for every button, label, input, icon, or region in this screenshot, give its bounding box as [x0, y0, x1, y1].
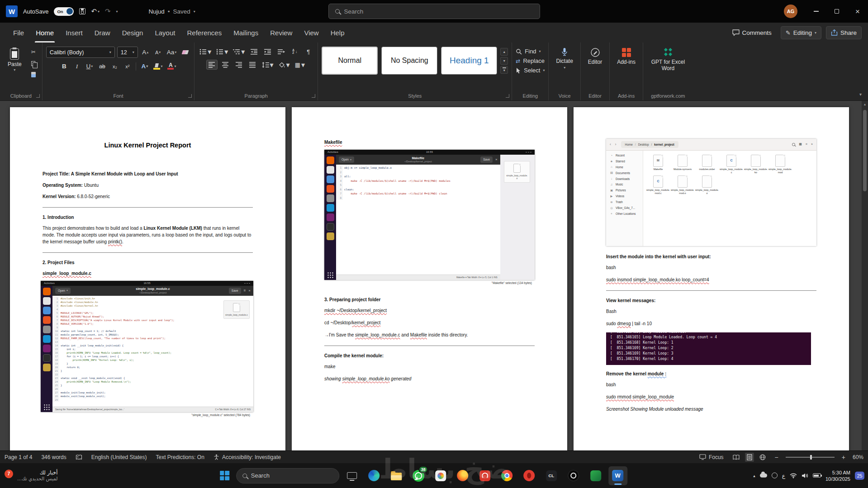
dock-app-icon[interactable]	[327, 223, 334, 231]
font-color-button[interactable]: A▾	[166, 61, 177, 71]
show-paragraph-marks-button[interactable]: ¶	[303, 47, 314, 57]
taskbar-word-icon[interactable]: W	[608, 466, 627, 485]
collapse-ribbon-chevron-icon[interactable]: ▾	[859, 92, 862, 97]
language-indicator[interactable]: English (United States)	[91, 454, 147, 460]
view-toggle-icon[interactable]: ▦	[799, 142, 802, 147]
ribbon-tab[interactable]: View	[298, 23, 324, 43]
zoom-level[interactable]: 60%	[853, 454, 863, 460]
files-sidebar-item[interactable]: ◔Recent	[606, 152, 643, 158]
print-layout-button[interactable]	[745, 453, 754, 462]
files-sidebar-item[interactable]: ◎VBox_GAs_7...	[606, 205, 643, 211]
align-center-button[interactable]	[220, 60, 231, 70]
ribbon-tab[interactable]: References	[181, 23, 228, 43]
ribbon-tab[interactable]: Home	[30, 23, 60, 43]
select-button[interactable]: Select▾	[516, 67, 545, 74]
share-button[interactable]: Share	[826, 26, 862, 39]
shrink-font-button[interactable]: A▾	[153, 47, 163, 57]
file-item[interactable]: simple_loop_module.o	[695, 175, 719, 194]
change-case-button[interactable]: Aa▾	[166, 47, 178, 57]
dictate-button[interactable]: Dictate ▾	[552, 47, 576, 71]
bullets-button[interactable]: ▾	[198, 47, 213, 57]
dock-app-icon[interactable]	[327, 213, 334, 221]
maximize-button[interactable]	[826, 0, 847, 23]
taskbar-opera-icon[interactable]	[520, 466, 539, 485]
copy-button[interactable]	[28, 59, 38, 68]
numbering-button[interactable]: ▾	[215, 47, 229, 57]
taskbar-photos-icon[interactable]	[431, 466, 450, 485]
show-applications-icon[interactable]	[327, 272, 333, 278]
shading-button[interactable]: ▾	[277, 60, 291, 70]
styles-scroll-down-button[interactable]: ▾	[500, 57, 508, 65]
zoom-slider[interactable]	[786, 457, 835, 458]
files-sidebar-item[interactable]: ⌂Home	[606, 164, 643, 170]
files-sidebar-item[interactable]: ★Starred	[606, 158, 643, 164]
page-count[interactable]: Page 1 of 4	[5, 454, 32, 460]
wifi-icon[interactable]	[790, 473, 797, 479]
taskbar-file-explorer-icon[interactable]	[387, 466, 406, 485]
nav-arrows-icon[interactable]: ‹ ›	[610, 142, 618, 148]
paragraph-dialog-launcher[interactable]	[312, 94, 315, 98]
autosave-toggle[interactable]: On	[54, 7, 74, 16]
path-segment[interactable]: kernel_project	[649, 142, 674, 147]
dock-app-icon[interactable]	[327, 156, 334, 164]
ribbon-tab[interactable]: Layout	[149, 23, 181, 43]
ribbon-tab[interactable]: Mailings	[228, 23, 264, 43]
editor-save-button[interactable]: Save	[480, 156, 493, 163]
web-layout-button[interactable]	[758, 453, 768, 462]
keyboard-language-indicator[interactable]: ع	[782, 473, 785, 479]
taskbar-pdf-app-icon[interactable]	[475, 466, 494, 485]
clear-formatting-button[interactable]	[180, 47, 190, 57]
format-painter-button[interactable]	[28, 70, 38, 79]
dock-app-icon[interactable]	[43, 354, 51, 362]
vertical-scrollbar[interactable]: ▴	[862, 101, 868, 450]
onedrive-icon[interactable]	[760, 474, 767, 478]
file-item[interactable]: simple_loop_module.ko	[744, 155, 768, 174]
text-effects-button[interactable]: A▾	[139, 61, 150, 71]
replace-button[interactable]: ⇄ Replace	[516, 57, 545, 64]
ribbon-tab[interactable]: Review	[264, 23, 298, 43]
dock-app-icon[interactable]	[43, 288, 51, 295]
files-sidebar-item[interactable]: ⊗Trash	[606, 199, 643, 205]
taskbar-firefox-icon[interactable]	[453, 466, 472, 485]
file-item[interactable]: C simple_loop_module.c	[720, 155, 743, 174]
taskbar-dark-ring-app-icon[interactable]	[564, 466, 583, 485]
clock[interactable]: 5:30 AM 10/30/2025	[825, 469, 850, 482]
file-item[interactable]: M Makefile	[646, 155, 670, 174]
borders-button[interactable]: ▦ ▾	[294, 60, 306, 70]
grow-font-button[interactable]: A▴	[140, 47, 151, 57]
comments-button[interactable]: Comments	[728, 27, 776, 39]
path-bar[interactable]: HomeDesktopkernel_project	[621, 141, 678, 148]
dock-app-icon[interactable]	[327, 194, 334, 202]
gpt-for-excel-word-button[interactable]: GPT for Excel Word	[647, 47, 689, 73]
dock-app-icon[interactable]	[43, 345, 51, 352]
ribbon-tab[interactable]: Draw	[89, 23, 116, 43]
zoom-slider-thumb[interactable]	[810, 455, 812, 460]
styles-gallery-more-button[interactable]: ▾	[500, 66, 508, 74]
taskbar-green-app-icon[interactable]	[586, 466, 605, 485]
sort-button[interactable]: AZ ↓	[289, 47, 300, 57]
undo-button[interactable]: ↶▾	[91, 7, 100, 15]
files-menu-icon[interactable]: ≡	[806, 142, 807, 147]
font-size-select[interactable]: 12▾	[117, 47, 138, 58]
font-dialog-launcher[interactable]	[188, 94, 192, 98]
battery-icon[interactable]	[813, 474, 821, 478]
volume-icon[interactable]	[802, 473, 808, 479]
path-segment[interactable]: Desktop	[633, 142, 649, 147]
taskbar-edge-icon[interactable]	[365, 466, 384, 485]
dock-app-icon[interactable]	[43, 307, 51, 314]
italic-button[interactable]: I	[71, 61, 82, 71]
editor-menu-icon[interactable]: ≡	[244, 288, 246, 294]
taskbar-cl-app-icon[interactable]: CL	[542, 466, 561, 485]
zoom-out-button[interactable]: −	[775, 454, 778, 461]
tray-app-icon[interactable]	[772, 473, 778, 479]
styles-scroll-up-button[interactable]: ▴	[500, 48, 508, 56]
show-applications-icon[interactable]	[43, 404, 50, 410]
read-mode-button[interactable]	[731, 453, 741, 461]
align-right-button[interactable]	[233, 60, 245, 70]
file-item[interactable]: simple_loop_module.mod.o	[671, 175, 694, 194]
font-name-select[interactable]: Calibri (Body)▾	[46, 47, 115, 58]
files-close-icon[interactable]: ×	[811, 142, 813, 147]
files-sidebar-item[interactable]: +Other Locations	[606, 211, 643, 217]
bold-button[interactable]: B	[59, 61, 69, 71]
dock-app-icon[interactable]	[327, 166, 334, 174]
